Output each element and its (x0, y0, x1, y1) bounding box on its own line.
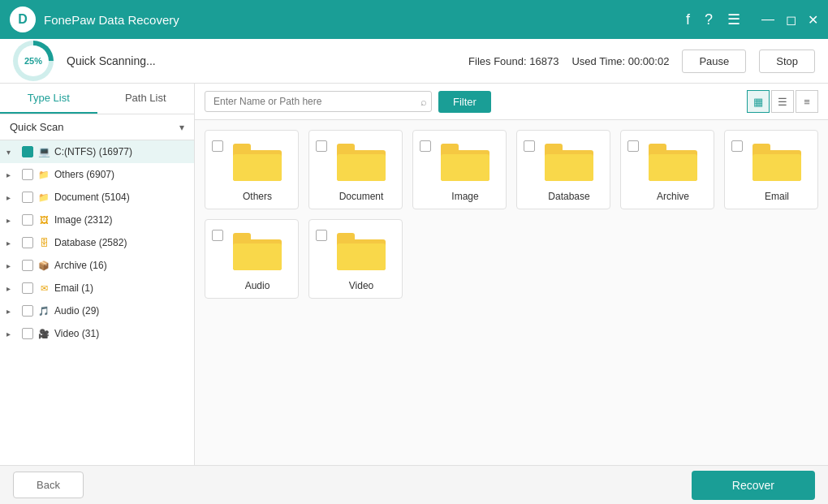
pause-button[interactable]: Pause (682, 50, 746, 73)
grid-item-label: Audio (245, 280, 270, 291)
tab-path-list[interactable]: Path List (97, 84, 195, 114)
folder-icon: 📁 (37, 168, 50, 181)
drive-label: C:(NTFS) (16977) (54, 146, 188, 157)
tree-drive-item[interactable]: ▾ 💻 C:(NTFS) (16977) (0, 140, 194, 163)
folder-icon-lg (337, 140, 386, 181)
view-controls: ▦ ☰ ≡ (747, 90, 818, 113)
grid-item-document[interactable]: Document (308, 130, 403, 209)
item-label: Archive (16) (54, 260, 188, 271)
grid-checkbox[interactable] (731, 140, 743, 152)
folder-icon: ✉ (37, 282, 50, 295)
filter-button[interactable]: Filter (438, 91, 491, 113)
tab-type-list[interactable]: Type List (0, 84, 97, 114)
expand-icon: ▸ (6, 307, 18, 316)
main-layout: Type List Path List Quick Scan ▾ ▾ 💻 C:(… (0, 84, 828, 465)
grid-item-audio[interactable]: Audio (205, 219, 299, 299)
quick-scan-row[interactable]: Quick Scan ▾ (0, 114, 194, 140)
expand-icon: ▸ (6, 261, 18, 270)
app-logo: D (10, 6, 36, 32)
grid-checkbox[interactable] (212, 140, 223, 152)
sidebar-tree: ▾ 💻 C:(NTFS) (16977) ▸ 📁 Others (6907) ▸… (0, 140, 194, 465)
grid-checkbox[interactable] (212, 230, 223, 241)
tree-item[interactable]: ▸ 🗄 Database (2582) (0, 231, 194, 254)
drive-icon: 💻 (37, 145, 50, 158)
grid-item-image[interactable]: Image (412, 130, 507, 209)
grid-item-others[interactable]: Others (205, 130, 299, 209)
facebook-icon[interactable]: f (686, 11, 690, 28)
close-button[interactable]: ✕ (808, 12, 818, 28)
tree-expand-icon: ▾ (6, 148, 18, 157)
app-title: FonePaw Data Recovery (44, 13, 686, 27)
grid-item-archive[interactable]: Archive (620, 130, 714, 209)
item-checkbox[interactable] (22, 192, 33, 203)
grid-item-database[interactable]: Database (516, 130, 610, 209)
recover-button[interactable]: Recover (692, 471, 815, 500)
item-checkbox[interactable] (22, 282, 33, 294)
folder-icon: 📁 (37, 191, 50, 204)
grid-item-email[interactable]: Email (724, 130, 818, 209)
folder-icon-lg (337, 230, 386, 270)
progress-area: 25% Quick Scanning... Files Found: 16873… (0, 39, 828, 84)
bottom-bar: Back Recover (0, 465, 828, 504)
folder-icon: 🗄 (37, 236, 50, 249)
grid-item-label: Image (451, 191, 478, 202)
grid-view-button[interactable]: ▦ (747, 90, 770, 113)
search-input[interactable] (205, 91, 432, 112)
grid-item-label: Archive (657, 191, 689, 202)
detail-view-button[interactable]: ≡ (796, 90, 818, 113)
folder-icon-lg (233, 140, 282, 181)
item-label: Document (5104) (54, 192, 188, 203)
expand-icon: ▸ (6, 284, 18, 293)
grid-checkbox[interactable] (420, 140, 431, 152)
logo-letter: D (18, 12, 28, 27)
item-checkbox[interactable] (22, 169, 33, 180)
item-checkbox[interactable] (22, 305, 33, 317)
list-view-button[interactable]: ☰ (771, 90, 794, 113)
content-grid: Others Document (195, 120, 828, 465)
grid-checkbox[interactable] (524, 140, 535, 152)
expand-icon: ▸ (6, 193, 18, 202)
item-checkbox[interactable] (22, 214, 33, 226)
item-checkbox[interactable] (22, 260, 33, 271)
content-area: ⌕ Filter ▦ ☰ ≡ (195, 84, 828, 465)
stop-button[interactable]: Stop (759, 50, 815, 73)
tree-item[interactable]: ▸ 🎥 Video (31) (0, 322, 194, 345)
folder-icon: 🎥 (37, 327, 50, 340)
grid-item-label: Video (349, 280, 373, 291)
grid-checkbox[interactable] (316, 140, 327, 152)
tree-item[interactable]: ▸ 🖼 Image (2312) (0, 209, 194, 231)
menu-icon[interactable]: ☰ (727, 11, 740, 28)
chevron-down-icon: ▾ (179, 122, 184, 133)
used-time: Used Time: 00:00:02 (571, 55, 669, 67)
tree-item[interactable]: ▸ 📦 Archive (16) (0, 254, 194, 277)
progress-circle: 25% (13, 41, 54, 81)
sidebar-tabs: Type List Path List (0, 84, 194, 114)
tree-item[interactable]: ▸ ✉ Email (1) (0, 277, 194, 299)
minimize-button[interactable]: — (761, 12, 774, 28)
folder-icon: 🎵 (37, 304, 50, 317)
restore-button[interactable]: ◻ (786, 12, 796, 28)
item-checkbox[interactable] (22, 237, 33, 248)
folder-icon-lg (753, 140, 801, 181)
tree-item[interactable]: ▸ 🎵 Audio (29) (0, 299, 194, 322)
chat-icon[interactable]: ? (705, 11, 713, 28)
window-controls: — ◻ ✕ (761, 12, 818, 28)
title-bar-controls: f ? ☰ — ◻ ✕ (686, 11, 818, 28)
search-wrap: ⌕ (205, 91, 432, 112)
back-button[interactable]: Back (13, 472, 84, 498)
grid-item-label: Document (339, 191, 384, 202)
item-checkbox[interactable] (22, 328, 33, 339)
drive-checkbox[interactable] (22, 146, 33, 157)
search-icon[interactable]: ⌕ (420, 96, 427, 108)
grid-checkbox[interactable] (627, 140, 639, 152)
item-label: Email (1) (54, 282, 188, 294)
content-toolbar: ⌕ Filter ▦ ☰ ≡ (195, 84, 828, 120)
tree-item[interactable]: ▸ 📁 Others (6907) (0, 163, 194, 186)
grid-item-label: Others (243, 191, 272, 202)
item-label: Video (31) (54, 328, 188, 339)
files-found: Files Found: 16873 (468, 55, 558, 67)
tree-item[interactable]: ▸ 📁 Document (5104) (0, 186, 194, 209)
grid-item-video[interactable]: Video (308, 219, 403, 299)
grid-checkbox[interactable] (316, 230, 327, 241)
folder-icon: 🖼 (37, 213, 50, 226)
